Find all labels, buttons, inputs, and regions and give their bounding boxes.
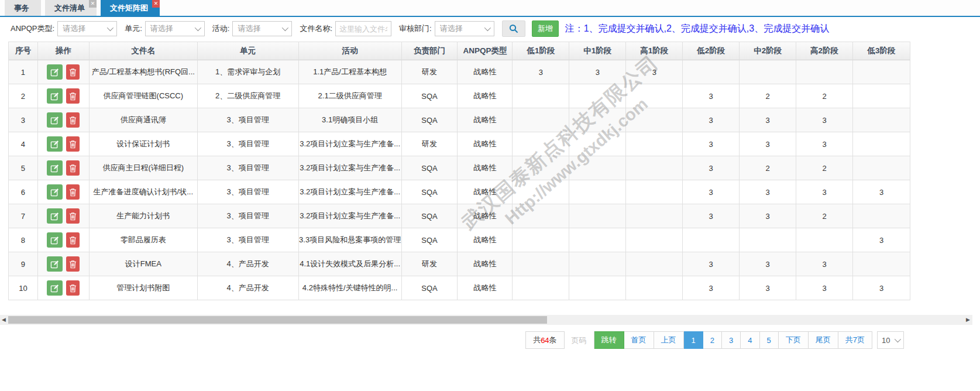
edit-icon (50, 116, 59, 125)
cell (513, 204, 569, 228)
delete-button[interactable] (66, 64, 80, 80)
cell: 3 (853, 228, 910, 252)
cell: 1.1产品/工程基本构想 (299, 60, 402, 84)
edit-button[interactable] (47, 208, 63, 224)
cell (513, 84, 569, 108)
cell (569, 180, 626, 204)
cell: 3、项目管理 (198, 228, 299, 252)
cell: 2 (740, 156, 796, 180)
page-size-select[interactable]: 10 (877, 331, 904, 349)
cell: 3 (796, 276, 853, 300)
edit-button[interactable] (47, 88, 63, 104)
delete-button[interactable] (66, 184, 80, 200)
filename-input[interactable] (335, 21, 391, 36)
page-number-input[interactable] (565, 331, 594, 349)
audit-dept-value: 请选择 (440, 23, 463, 34)
search-icon (509, 24, 518, 33)
close-icon[interactable]: ✕ (89, 0, 97, 8)
cell: 研发 (402, 60, 458, 84)
delete-button[interactable] (66, 208, 80, 224)
tab-file-matrix[interactable]: 文件矩阵图 ✕ (101, 0, 160, 16)
cell: 3 (683, 276, 740, 300)
cell: 管理计划书附图 (90, 276, 198, 300)
page-number-button[interactable]: 5 (760, 331, 779, 349)
cell: 3.2项目计划立案与生产准备... (299, 180, 402, 204)
tab-label: 文件矩阵图 (110, 3, 148, 13)
search-button[interactable] (502, 20, 525, 37)
cell: 3、项目管理 (198, 156, 299, 180)
cell (569, 252, 626, 276)
cell: 研发 (402, 132, 458, 156)
cell: 3 (796, 132, 853, 156)
table-row: 7生产能力计划书3、项目管理3.2项目计划立案与生产准备...SQA战略性332 (9, 204, 910, 228)
prev-page-button[interactable]: 上页 (654, 331, 684, 349)
tab-file-list[interactable]: 文件清单 ✕ (45, 0, 97, 16)
trash-icon (69, 188, 77, 197)
cell: 3、项目管理 (198, 204, 299, 228)
row-actions (38, 180, 90, 204)
activity-value: 请选择 (238, 23, 260, 34)
delete-button[interactable] (66, 280, 80, 296)
delete-button[interactable] (66, 232, 80, 248)
cell: 2 (796, 204, 853, 228)
edit-button[interactable] (47, 280, 63, 296)
page-number-button[interactable]: 2 (703, 331, 722, 349)
edit-button[interactable] (47, 184, 63, 200)
table-row: 3供应商通讯簿3、项目管理3.1明确项目小组SQA战略性333 (9, 108, 910, 132)
audit-dept-select[interactable]: 请选择 (435, 21, 494, 36)
cell (626, 84, 683, 108)
edit-button[interactable] (47, 112, 63, 128)
anpqp-type-select[interactable]: 请选择 (57, 21, 117, 36)
unit-select[interactable]: 请选择 (145, 21, 205, 36)
next-page-button[interactable]: 下页 (779, 331, 809, 349)
edit-button[interactable] (47, 136, 63, 152)
cell: 7 (9, 204, 38, 228)
cell: 研发 (402, 252, 458, 276)
delete-button[interactable] (66, 160, 80, 176)
cell: 战略性 (458, 228, 513, 252)
cell: 供应商通讯簿 (90, 108, 198, 132)
scroll-right-arrow-icon[interactable]: ▶ (966, 316, 970, 324)
cell: 4.2特殊特性/关键特性的明... (299, 276, 402, 300)
delete-button[interactable] (66, 136, 80, 152)
cell: 3.2项目计划立案与生产准备... (299, 156, 402, 180)
filename-label: 文件名称: (300, 23, 332, 34)
page-number-button[interactable]: 1 (684, 331, 703, 349)
add-button[interactable]: 新增 (532, 20, 559, 37)
scrollbar-thumb[interactable] (8, 316, 547, 324)
edit-icon (50, 188, 59, 197)
first-page-button[interactable]: 首页 (624, 331, 654, 349)
cell (796, 60, 853, 84)
cell (513, 132, 569, 156)
page-numbers: 12345 (684, 331, 779, 349)
edit-button[interactable] (47, 64, 63, 80)
delete-button[interactable] (66, 112, 80, 128)
chevron-down-icon (895, 336, 901, 342)
cell: 3 (796, 108, 853, 132)
jump-button[interactable]: 跳转 (594, 331, 624, 349)
cell: SQA (402, 108, 458, 132)
trash-icon (69, 116, 77, 125)
close-icon[interactable]: ✕ (152, 0, 160, 8)
cell (853, 108, 910, 132)
tab-affairs[interactable]: 事务 (5, 0, 41, 16)
activity-select[interactable]: 请选择 (232, 21, 292, 36)
edit-button[interactable] (47, 232, 63, 248)
column-header: 序号 (9, 42, 38, 60)
chevron-down-icon (282, 25, 288, 31)
delete-button[interactable] (66, 256, 80, 272)
scroll-left-arrow-icon[interactable]: ◀ (2, 316, 6, 324)
trash-icon (69, 212, 77, 221)
last-page-button[interactable]: 尾页 (809, 331, 838, 349)
cell (569, 228, 626, 252)
delete-button[interactable] (66, 88, 80, 104)
page-number-button[interactable]: 4 (741, 331, 759, 349)
edit-button[interactable] (47, 256, 63, 272)
cell: 3 (740, 252, 796, 276)
cell (740, 228, 796, 252)
horizontal-scrollbar[interactable]: ◀ ▶ (0, 315, 972, 325)
cell: SQA (402, 156, 458, 180)
page-number-button[interactable]: 3 (722, 331, 741, 349)
cell (626, 132, 683, 156)
edit-button[interactable] (47, 160, 63, 176)
